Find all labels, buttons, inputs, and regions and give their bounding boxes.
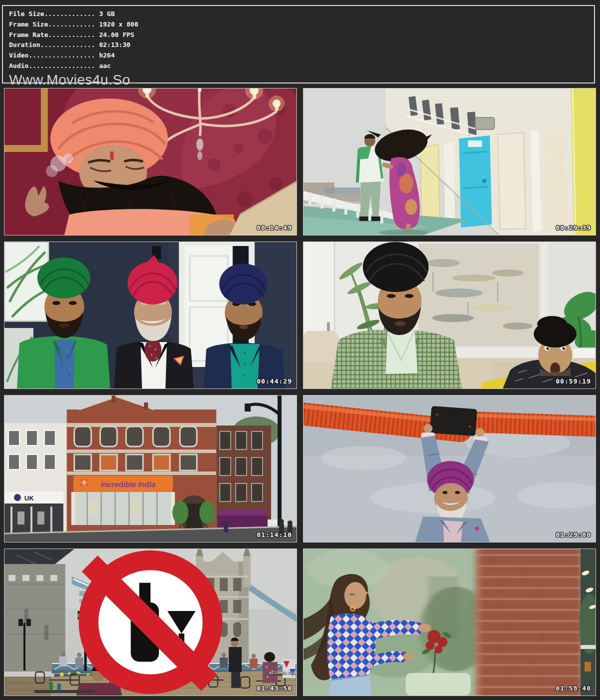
info-label: Frame Size............	[9, 20, 95, 28]
info-value: aac	[99, 62, 110, 70]
movie-still-5-art: UK	[4, 396, 296, 542]
screenshot-5[interactable]: UK	[4, 395, 297, 542]
info-label: Frame Rate............	[9, 31, 95, 38]
site-watermark: Www.Movies4u.So	[9, 72, 594, 88]
timestamp-overlay: 00:59:19	[556, 378, 591, 385]
timestamp-overlay: 01:29:00	[556, 531, 591, 538]
info-value: h264	[99, 52, 114, 59]
info-row-audio: Audio.................aac	[9, 61, 594, 72]
info-label: Video.................	[9, 52, 95, 59]
timestamp-overlay: 01:14:10	[256, 531, 292, 538]
info-row-frame-rate: Frame Rate............24.00 FPS	[9, 30, 594, 40]
info-row-file-size: File Size.............3 GB	[9, 9, 594, 20]
uk-store-logo-text: UK	[24, 494, 34, 502]
info-value: 24.00 FPS	[99, 31, 134, 38]
timestamp-overlay: 00:29:39	[556, 224, 591, 232]
info-label: File Size.............	[9, 10, 95, 18]
info-label: Audio.................	[9, 62, 95, 70]
timestamp-overlay: 00:14:49	[256, 224, 292, 232]
screenshot-1[interactable]: 00:14:49	[4, 88, 297, 236]
info-label: Duration..............	[9, 41, 95, 48]
info-row-frame-size: Frame Size............1920 x 800	[9, 20, 594, 30]
movie-still-4-art	[304, 242, 596, 388]
movie-still-8-art	[304, 549, 596, 696]
info-value: 1920 x 800	[99, 20, 138, 28]
screenshot-4[interactable]: 00:59:19	[303, 242, 596, 389]
movie-still-3-art	[4, 242, 296, 388]
movie-still-2-art	[304, 88, 596, 235]
screenshot-8[interactable]: 01:58:40	[303, 548, 596, 696]
info-value: 3 GB	[99, 10, 114, 18]
media-info-box: File Size.............3 GB Frame Size...…	[2, 5, 595, 84]
screenshot-6[interactable]: 01:29:00	[303, 395, 596, 542]
timestamp-overlay: 01:58:40	[556, 684, 591, 692]
screenshot-grid: 00:14:49	[4, 88, 596, 696]
movie-still-1-art	[4, 88, 296, 235]
no-alcohol-icon	[4, 549, 296, 696]
timestamp-overlay: 00:44:29	[256, 378, 292, 385]
screenshot-2[interactable]: 00:29:39	[303, 88, 596, 236]
movie-still-6-art	[304, 396, 596, 542]
timestamp-overlay: 01:43:50	[256, 684, 292, 692]
info-row-video: Video.................h264	[9, 50, 594, 61]
info-row-duration: Duration..............02:13:30	[9, 40, 594, 50]
info-value: 02:13:30	[99, 41, 130, 48]
incredible-india-sign-text: Incredible India	[100, 480, 156, 488]
screenshot-7[interactable]: ALCOHOL CONSUMPTION IS INJURIO 01:43:50	[4, 548, 297, 696]
screenshot-3[interactable]: 00:44:29	[4, 242, 297, 389]
